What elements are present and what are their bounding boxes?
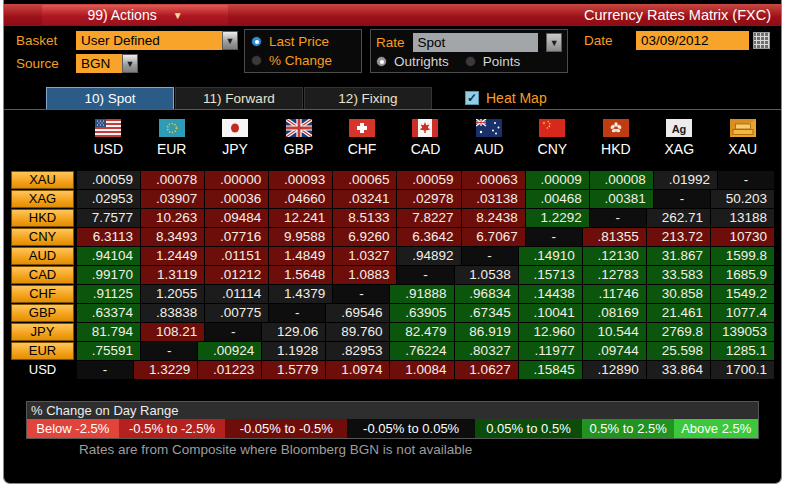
matrix-cell[interactable]: .08169 (583, 304, 646, 322)
matrix-cell[interactable]: 1.5779 (262, 361, 325, 379)
matrix-cell[interactable]: 33.583 (647, 266, 710, 284)
column-header-xau[interactable]: XAU (712, 141, 774, 157)
matrix-cell[interactable]: 7.8227 (397, 209, 460, 227)
matrix-cell[interactable]: 1.4379 (269, 285, 332, 303)
column-header-gbp[interactable]: GBP (267, 141, 329, 157)
column-header-xag[interactable]: XAG (648, 141, 710, 157)
matrix-cell[interactable]: 8.5133 (333, 209, 396, 227)
column-header-hkd[interactable]: HKD (585, 141, 647, 157)
matrix-cell[interactable]: 1.4849 (269, 247, 332, 265)
matrix-cell[interactable]: .00008 (590, 171, 653, 189)
matrix-cell[interactable]: 9.9588 (269, 228, 332, 246)
matrix-cell[interactable]: .83838 (141, 304, 204, 322)
matrix-cell[interactable]: .11977 (519, 342, 582, 360)
radio-percent-change[interactable]: % Change (251, 53, 355, 68)
matrix-cell[interactable]: .02978 (397, 190, 460, 208)
column-header-usd[interactable]: USD (77, 141, 139, 157)
matrix-cell[interactable]: .01992 (654, 171, 717, 189)
matrix-cell[interactable]: 2769.8 (647, 323, 710, 341)
matrix-cell[interactable]: - (77, 361, 133, 379)
matrix-cell[interactable]: .69546 (326, 304, 389, 322)
matrix-cell[interactable]: 8.3493 (141, 228, 204, 246)
matrix-cell[interactable]: 139053 (711, 323, 774, 341)
matrix-cell[interactable]: .14438 (519, 285, 582, 303)
matrix-cell[interactable]: .00000 (205, 171, 268, 189)
matrix-cell[interactable]: .07716 (205, 228, 268, 246)
row-label-hkd[interactable]: HKD (11, 209, 74, 227)
matrix-cell[interactable]: .00775 (205, 304, 268, 322)
matrix-cell[interactable]: 1685.9 (711, 266, 774, 284)
matrix-cell[interactable]: 6.7067 (462, 228, 525, 246)
matrix-cell[interactable]: 1.0084 (390, 361, 453, 379)
matrix-cell[interactable]: 8.2438 (462, 209, 525, 227)
matrix-cell[interactable]: 31.867 (647, 247, 710, 265)
matrix-cell[interactable]: 1.2055 (141, 285, 204, 303)
matrix-cell[interactable]: .01223 (198, 361, 261, 379)
rate-select[interactable]: Spot (413, 33, 539, 52)
matrix-cell[interactable]: .76224 (390, 342, 453, 360)
matrix-cell[interactable]: 10.544 (583, 323, 646, 341)
matrix-cell[interactable]: .12783 (583, 266, 646, 284)
column-header-cny[interactable]: CNY (521, 141, 583, 157)
matrix-cell[interactable]: 1.3229 (134, 361, 197, 379)
tab-fixing[interactable]: 12) Fixing (304, 87, 432, 109)
matrix-cell[interactable]: .00059 (397, 171, 460, 189)
matrix-cell[interactable]: .63905 (390, 304, 453, 322)
matrix-cell[interactable]: .01212 (205, 266, 268, 284)
matrix-cell[interactable]: .11746 (583, 285, 646, 303)
matrix-cell[interactable]: 1.2449 (141, 247, 204, 265)
matrix-cell[interactable]: 50.203 (711, 190, 774, 208)
matrix-cell[interactable]: .67345 (455, 304, 518, 322)
matrix-cell[interactable]: .00065 (333, 171, 396, 189)
matrix-cell[interactable]: - (718, 171, 774, 189)
matrix-cell[interactable]: 12.960 (519, 323, 582, 341)
matrix-cell[interactable]: 108.21 (141, 323, 204, 341)
matrix-cell[interactable]: 10730 (711, 228, 774, 246)
column-header-chf[interactable]: CHF (331, 141, 393, 157)
matrix-cell[interactable]: .00078 (141, 171, 204, 189)
matrix-cell[interactable]: .75591 (77, 342, 140, 360)
row-label-gbp[interactable]: GBP (11, 304, 74, 322)
matrix-cell[interactable]: .00093 (269, 171, 332, 189)
heatmap-toggle[interactable]: ✓ Heat Map (465, 90, 547, 106)
matrix-cell[interactable]: 1.0883 (333, 266, 396, 284)
column-header-jpy[interactable]: JPY (204, 141, 266, 157)
matrix-cell[interactable]: 1.0327 (333, 247, 396, 265)
matrix-cell[interactable]: 1.2292 (526, 209, 589, 227)
matrix-cell[interactable]: .91125 (77, 285, 140, 303)
matrix-cell[interactable]: .63374 (77, 304, 140, 322)
matrix-cell[interactable]: 12.241 (269, 209, 332, 227)
matrix-cell[interactable]: 25.598 (647, 342, 710, 360)
matrix-cell[interactable]: - (333, 285, 389, 303)
matrix-cell[interactable]: 6.3642 (397, 228, 460, 246)
matrix-cell[interactable]: - (205, 323, 261, 341)
matrix-cell[interactable]: 10.263 (141, 209, 204, 227)
matrix-cell[interactable]: - (141, 342, 197, 360)
matrix-cell[interactable]: 1700.1 (711, 361, 774, 379)
row-label-usd[interactable]: USD (11, 361, 74, 379)
matrix-cell[interactable]: 1.0538 (455, 266, 518, 284)
matrix-cell[interactable]: .94104 (77, 247, 140, 265)
matrix-cell[interactable]: .99170 (77, 266, 140, 284)
matrix-cell[interactable]: 213.72 (647, 228, 710, 246)
matrix-cell[interactable]: 262.71 (647, 209, 710, 227)
column-header-aud[interactable]: AUD (458, 141, 520, 157)
matrix-cell[interactable]: .03907 (141, 190, 204, 208)
matrix-cell[interactable]: 13188 (711, 209, 774, 227)
matrix-cell[interactable]: .12890 (583, 361, 646, 379)
matrix-cell[interactable]: 1.0974 (326, 361, 389, 379)
matrix-cell[interactable]: 1077.4 (711, 304, 774, 322)
matrix-cell[interactable]: .00924 (198, 342, 261, 360)
matrix-cell[interactable]: 33.864 (647, 361, 710, 379)
matrix-cell[interactable]: 1285.1 (711, 342, 774, 360)
matrix-cell[interactable]: 129.06 (262, 323, 325, 341)
matrix-cell[interactable]: .82953 (326, 342, 389, 360)
column-header-cad[interactable]: CAD (394, 141, 456, 157)
matrix-cell[interactable]: .09744 (583, 342, 646, 360)
matrix-cell[interactable]: .15845 (519, 361, 582, 379)
matrix-cell[interactable]: 21.461 (647, 304, 710, 322)
matrix-cell[interactable]: .01151 (205, 247, 268, 265)
tab-spot[interactable]: 10) Spot (46, 87, 174, 109)
tab-forward[interactable]: 11) Forward (175, 87, 303, 109)
matrix-cell[interactable]: .00009 (526, 171, 589, 189)
